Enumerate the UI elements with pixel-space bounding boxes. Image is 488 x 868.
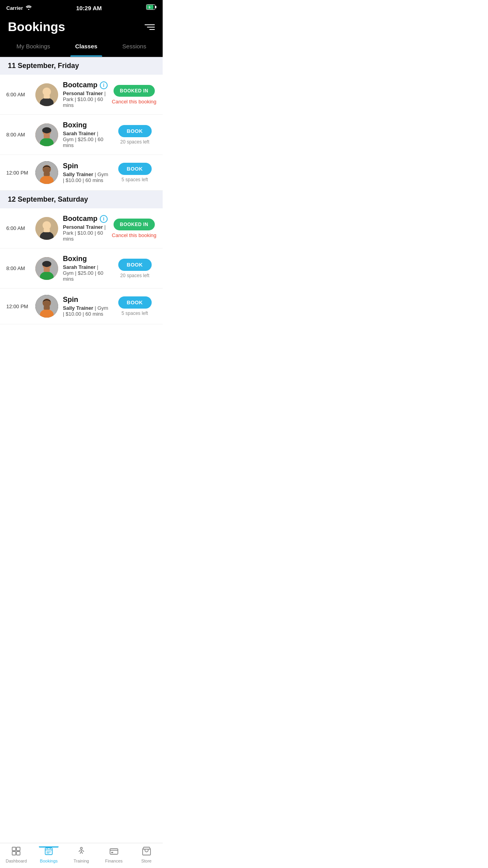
class-details-4: Personal Trainer | Park | $10.00 | 60 mi… — [63, 224, 107, 242]
battery-icon — [146, 4, 156, 11]
class-avatar-4 — [35, 217, 58, 240]
class-avatar-2 — [35, 123, 58, 146]
class-action-5: BOOK 20 spaces left — [113, 259, 156, 278]
status-bar-time: 10:29 AM — [76, 5, 102, 11]
spaces-left-2: 20 spaces left — [120, 139, 149, 145]
spaces-left-5: 20 spaces left — [120, 273, 149, 278]
date-section-sep11: 11 September, Friday — [0, 57, 163, 75]
class-item-boxing-sep12: 8:00 AM Boxing Sarah Trainer | Gym | $25… — [0, 248, 163, 289]
cancel-button-4[interactable]: Cancel this booking — [112, 232, 156, 238]
class-item-spin-sep12: 12:00 PM Spin Sally Trainer | Gym | $10.… — [0, 289, 163, 324]
date-section-title-sep12: 12 September, Saturday — [8, 195, 155, 204]
tabs: My Bookings Classes Sessions — [0, 40, 163, 57]
class-name-row-5: Boxing — [63, 255, 108, 263]
class-item-bootcamp-sep12: 6:00 AM Bootcamp i Personal Trainer | Pa… — [0, 208, 163, 248]
class-info-1: Bootcamp i Personal Trainer | Park | $10… — [63, 81, 107, 108]
filter-icon[interactable] — [145, 24, 155, 30]
class-name-row-4: Bootcamp i — [63, 215, 107, 223]
tab-sessions[interactable]: Sessions — [117, 40, 151, 52]
svg-rect-7 — [44, 95, 50, 99]
class-item-spin-sep11: 12:00 PM Spin Sally Trainer | Gym | $10.… — [0, 155, 163, 191]
content: 11 September, Friday 6:00 AM Bootcamp i … — [0, 57, 163, 356]
class-details-3: Sally Trainer | Gym | $10.00 | 60 mins — [63, 171, 108, 183]
header: Bookings — [0, 16, 163, 40]
class-name-4: Bootcamp — [63, 215, 97, 223]
class-time-5: 8:00 AM — [6, 265, 31, 271]
class-details-6: Sally Trainer | Gym | $10.00 | 60 mins — [63, 305, 108, 317]
class-info-5: Boxing Sarah Trainer | Gym | $25.00 | 60… — [63, 255, 108, 282]
svg-rect-2 — [155, 6, 156, 8]
class-avatar-6 — [35, 295, 58, 318]
spaces-left-3: 5 spaces left — [121, 177, 148, 182]
class-action-3: BOOK 5 spaces left — [113, 163, 156, 182]
class-time-4: 6:00 AM — [6, 225, 31, 231]
booked-button-4[interactable]: BOOKED IN — [114, 219, 155, 230]
class-name-row-3: Spin — [63, 162, 108, 170]
svg-rect-11 — [44, 134, 50, 138]
class-action-4: BOOKED IN Cancel this booking — [112, 219, 156, 238]
svg-rect-24 — [44, 268, 50, 272]
book-button-2[interactable]: BOOK — [118, 125, 152, 137]
class-details-2: Sarah Trainer | Gym | $25.00 | 60 mins — [63, 131, 108, 148]
date-section-title-sep11: 11 September, Friday — [8, 62, 155, 70]
class-action-6: BOOK 5 spaces left — [113, 296, 156, 316]
class-time-6: 12:00 PM — [6, 303, 31, 309]
class-item-bootcamp-sep11: 6:00 AM Bootcamp i Personal Trainer | Pa… — [0, 75, 163, 115]
class-avatar-1 — [35, 83, 58, 106]
cancel-button-1[interactable]: Cancel this booking — [112, 99, 156, 105]
class-name-2: Boxing — [63, 121, 87, 129]
class-action-1: BOOKED IN Cancel this booking — [112, 85, 156, 105]
wifi-icon — [26, 5, 32, 11]
date-section-sep12: 12 September, Saturday — [0, 191, 163, 208]
class-info-6: Spin Sally Trainer | Gym | $10.00 | 60 m… — [63, 296, 108, 317]
tab-my-bookings[interactable]: My Bookings — [12, 40, 55, 52]
class-item-boxing-sep11: 8:00 AM Boxing Sarah Trainer | Gym | $25… — [0, 115, 163, 155]
class-time-1: 6:00 AM — [6, 92, 31, 97]
class-action-2: BOOK 20 spaces left — [113, 125, 156, 145]
svg-point-25 — [42, 261, 51, 267]
svg-rect-20 — [44, 228, 50, 232]
class-info-3: Spin Sally Trainer | Gym | $10.00 | 60 m… — [63, 162, 108, 183]
class-name-6: Spin — [63, 296, 78, 304]
svg-point-18 — [42, 221, 51, 229]
class-name-row-6: Spin — [63, 296, 108, 304]
status-bar-right — [146, 4, 156, 11]
booked-button-1[interactable]: BOOKED IN — [114, 85, 155, 97]
info-icon-1[interactable]: i — [100, 81, 108, 89]
svg-point-12 — [42, 127, 51, 133]
class-details-5: Sarah Trainer | Gym | $25.00 | 60 mins — [63, 264, 108, 282]
status-bar-left: Carrier — [6, 5, 32, 11]
tab-classes[interactable]: Classes — [70, 40, 102, 52]
book-button-3[interactable]: BOOK — [118, 163, 152, 175]
class-time-2: 8:00 AM — [6, 132, 31, 138]
svg-point-0 — [28, 9, 29, 10]
book-button-6[interactable]: BOOK — [118, 296, 152, 309]
spaces-left-6: 5 spaces left — [121, 311, 148, 316]
svg-point-5 — [42, 87, 51, 96]
class-time-3: 12:00 PM — [6, 170, 31, 176]
class-avatar-5 — [35, 257, 58, 280]
class-name-row-1: Bootcamp i — [63, 81, 107, 89]
book-button-5[interactable]: BOOK — [118, 259, 152, 271]
page-title: Bookings — [8, 20, 65, 34]
class-name-3: Spin — [63, 162, 78, 170]
class-name-1: Bootcamp — [63, 81, 97, 89]
class-details-1: Personal Trainer | Park | $10.00 | 60 mi… — [63, 90, 107, 108]
status-bar: Carrier 10:29 AM — [0, 0, 163, 16]
svg-rect-16 — [44, 172, 50, 176]
class-name-row-2: Boxing — [63, 121, 108, 129]
class-info-4: Bootcamp i Personal Trainer | Park | $10… — [63, 215, 107, 242]
class-name-5: Boxing — [63, 255, 87, 263]
carrier-label: Carrier — [6, 5, 23, 11]
svg-rect-29 — [44, 306, 50, 310]
class-avatar-3 — [35, 161, 58, 184]
info-icon-4[interactable]: i — [100, 215, 108, 223]
class-info-2: Boxing Sarah Trainer | Gym | $25.00 | 60… — [63, 121, 108, 148]
